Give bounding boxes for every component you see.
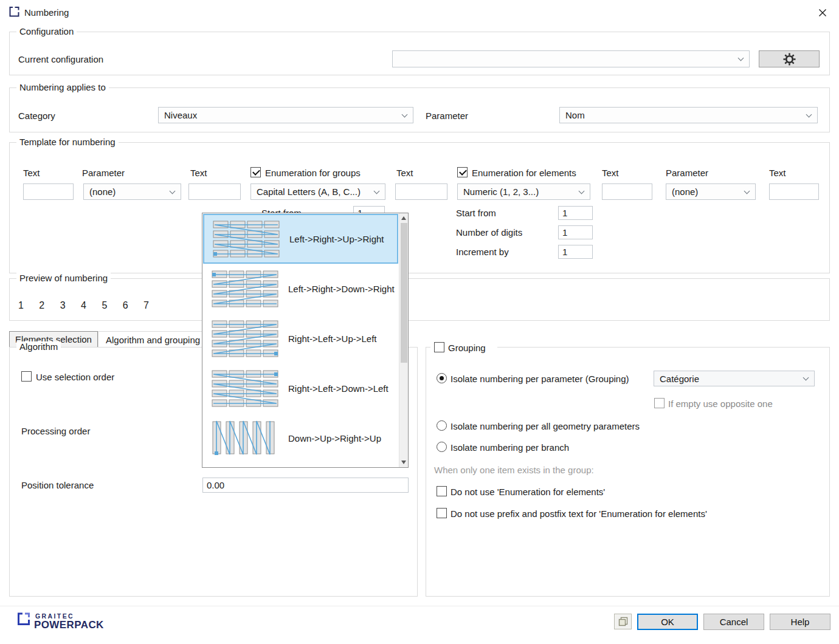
scroll-down-icon[interactable]: [401, 461, 406, 464]
dropdown-item-label: Left->Right->Down->Right: [288, 284, 395, 294]
chevron-down-icon: [579, 188, 585, 194]
cancel-button-label: Cancel: [720, 617, 748, 627]
category-select[interactable]: Niveaux: [158, 107, 413, 123]
order-down-up-right-up-icon: [212, 420, 278, 456]
elements-increment-input[interactable]: [558, 245, 593, 259]
text4-input[interactable]: [602, 183, 652, 200]
current-configuration-select[interactable]: [392, 50, 750, 67]
text1-input[interactable]: [23, 183, 74, 200]
elements-style-select[interactable]: Numeric (1, 2, 3...): [457, 183, 590, 200]
order-lr-down-right-icon: [212, 270, 278, 308]
single-item-note: When only one item exists in the group:: [434, 465, 594, 476]
use-selection-order-label: Use selection order: [36, 372, 114, 383]
preview-values: 1 2 3 4 5 6 7: [18, 300, 149, 311]
groups-style-select[interactable]: Capital Letters (A, B, C...): [250, 183, 385, 200]
grouping-parameter-select[interactable]: Catégorie: [654, 371, 815, 386]
help-button[interactable]: Help: [770, 614, 830, 630]
current-configuration-label: Current configuration: [18, 54, 103, 65]
chevron-down-icon: [803, 375, 809, 381]
chevron-down-icon: [402, 111, 408, 117]
parameter-value: Nom: [565, 110, 585, 120]
no-enumeration-checkbox[interactable]: [437, 486, 447, 496]
configuration-legend: Configuration: [16, 26, 77, 36]
graitec-logo-icon: [17, 612, 30, 626]
if-empty-checkbox[interactable]: [654, 398, 665, 408]
chevron-down-icon: [738, 55, 744, 61]
parameter-label: Parameter: [426, 111, 468, 122]
enumeration-elements-checkbox[interactable]: [457, 167, 468, 177]
param2-select[interactable]: (none): [666, 183, 756, 200]
scrollbar-thumb[interactable]: [401, 223, 407, 363]
close-button[interactable]: [813, 5, 832, 21]
numbering-dialog: Numbering Configuration Current configur…: [0, 0, 839, 644]
dropdown-item-lr-up-right[interactable]: Left->Right->Up->Right: [203, 214, 398, 264]
chevron-down-icon: [744, 188, 750, 194]
enumeration-elements-label: Enumeration for elements: [472, 168, 576, 179]
param1-select[interactable]: (none): [83, 183, 181, 200]
tab-algorithm-grouping-label: Algorithm and grouping: [106, 335, 200, 345]
isolate-branch-radio[interactable]: [437, 442, 447, 452]
gear-icon: [783, 53, 796, 66]
dropdown-item-label: Left->Right->Up->Right: [289, 234, 384, 244]
isolate-geometry-label: Isolate numbering per all geometry param…: [451, 421, 640, 432]
param1-value: (none): [89, 187, 116, 197]
grouping-checkbox[interactable]: [434, 342, 444, 352]
ok-button[interactable]: OK: [637, 614, 698, 630]
position-tolerance-label: Position tolerance: [21, 480, 94, 491]
elements-start-from-input[interactable]: [558, 206, 593, 220]
close-icon: [818, 9, 827, 17]
configuration-settings-button[interactable]: [759, 50, 820, 67]
dropdown-item-down-up-right-up[interactable]: Down->Up->Right->Up: [203, 413, 399, 463]
ok-button-label: OK: [661, 617, 674, 627]
position-tolerance-input[interactable]: [202, 478, 409, 493]
text5-label: Text: [769, 168, 786, 179]
template-group: Template for numbering: [9, 142, 830, 273]
scroll-up-icon[interactable]: [401, 216, 406, 220]
text3-label: Text: [396, 168, 413, 179]
no-prefix-postfix-checkbox[interactable]: [437, 508, 447, 518]
isolate-parameter-radio[interactable]: [437, 373, 447, 383]
tab-algorithm-grouping[interactable]: Algorithm and grouping: [98, 331, 215, 348]
dropdown-item-rl-up-left[interactable]: Right->Left->Up->Left: [203, 313, 399, 363]
param2-label: Parameter: [666, 168, 708, 179]
elements-start-from-label: Start from: [456, 208, 496, 219]
order-rl-down-left-icon: [212, 369, 278, 408]
category-value: Niveaux: [164, 110, 197, 120]
text2-input[interactable]: [188, 183, 241, 200]
copy-settings-button[interactable]: [614, 614, 632, 629]
grouping-legend-label: Grouping: [448, 343, 486, 354]
no-enumeration-label: Do not use 'Enumeration for elements': [451, 487, 605, 498]
help-button-label: Help: [791, 617, 810, 627]
if-empty-label: If empty use opposite one: [668, 399, 773, 409]
dropdown-item-label: Right->Left->Down->Left: [288, 383, 388, 394]
parameter-select[interactable]: Nom: [559, 107, 818, 123]
elements-increment-label: Increment by: [456, 247, 509, 258]
category-label: Category: [18, 111, 55, 122]
processing-order-label: Processing order: [21, 426, 90, 437]
isolate-parameter-label: Isolate numbering per parameter (Groupin…: [451, 374, 629, 385]
param2-value: (none): [672, 187, 698, 197]
footer-separator: [0, 606, 839, 606]
isolate-geometry-radio[interactable]: [437, 420, 447, 431]
algorithm-legend: Algorithm: [16, 341, 61, 352]
text3-input[interactable]: [395, 183, 447, 200]
window-title: Numbering: [24, 7, 69, 18]
chevron-down-icon: [806, 111, 812, 117]
copy-settings-icon: [618, 617, 628, 626]
preview-legend: Preview of numbering: [16, 273, 111, 283]
dropdown-item-lr-down-right[interactable]: Left->Right->Down->Right: [203, 264, 399, 313]
isolate-branch-label: Isolate numbering per branch: [451, 442, 569, 453]
elements-digits-input[interactable]: [558, 225, 593, 239]
elements-digits-label: Number of digits: [456, 227, 522, 238]
elements-style-value: Numeric (1, 2, 3...): [463, 187, 539, 197]
cancel-button[interactable]: Cancel: [703, 614, 764, 630]
use-selection-order-checkbox[interactable]: [21, 371, 32, 382]
enumeration-groups-checkbox[interactable]: [250, 167, 261, 177]
enumeration-groups-label: Enumeration for groups: [265, 168, 361, 179]
no-prefix-postfix-label: Do not use prefix and postfix text for '…: [451, 509, 707, 519]
dropdown-item-rl-down-left[interactable]: Right->Left->Down->Left: [203, 363, 399, 413]
brand-powerpack: POWERPACK: [34, 619, 104, 631]
text5-input[interactable]: [769, 183, 819, 200]
dropdown-scrollbar[interactable]: [399, 213, 408, 467]
processing-order-dropdown: Left->Right->Up->Right Left->Right->Down…: [202, 213, 409, 468]
